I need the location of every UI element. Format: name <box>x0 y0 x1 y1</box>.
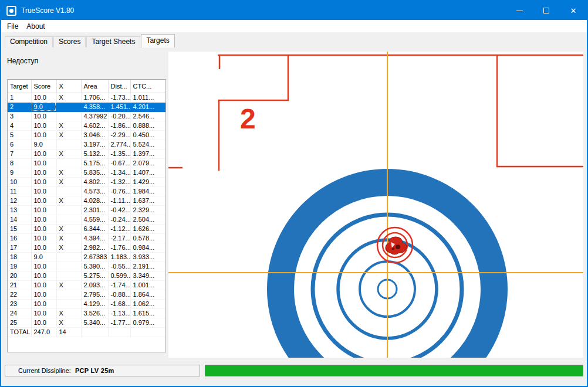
menu-about[interactable]: About <box>22 20 49 32</box>
table-cell[interactable]: 0.888... <box>130 121 165 130</box>
table-cell[interactable]: -0.20... <box>108 111 130 121</box>
table-cell[interactable]: 1.397... <box>130 149 165 158</box>
table-cell[interactable]: 10.0 <box>31 233 56 243</box>
table-cell[interactable]: 4 <box>8 121 31 130</box>
table-row[interactable]: 1510.0X6.344...-1.12...1.626... <box>8 224 165 233</box>
table-row[interactable]: 1410.04.559...-0.24...2.504... <box>8 215 165 224</box>
table-cell[interactable]: 23 <box>8 299 31 308</box>
table-cell[interactable]: 1.984... <box>130 186 165 196</box>
table-row[interactable]: 710.0X5.132...-1.35...1.397... <box>8 149 165 158</box>
table-cell[interactable]: 10.0 <box>31 130 56 140</box>
maximize-button[interactable] <box>533 1 560 20</box>
table-cell[interactable]: -1.13... <box>108 308 130 318</box>
table-cell[interactable]: 9.0 <box>31 102 56 111</box>
table-row[interactable]: 810.05.175...-0.67...2.079... <box>8 158 165 168</box>
table-cell[interactable]: 0.450... <box>130 130 165 140</box>
table-cell[interactable]: X <box>56 196 81 205</box>
table-row[interactable]: 69.03.197...2.774...5.524... <box>8 140 165 149</box>
tab-target-sheets[interactable]: Target Sheets <box>86 36 140 47</box>
table-cell[interactable]: -1.35... <box>108 149 130 158</box>
table-cell[interactable]: 4.802... <box>81 177 108 186</box>
table-cell[interactable]: 10.0 <box>31 186 56 196</box>
table-cell[interactable]: 10.0 <box>31 243 56 252</box>
table-cell[interactable] <box>56 215 81 224</box>
table-cell[interactable]: X <box>56 121 81 130</box>
table-cell[interactable]: TOTAL <box>8 327 31 337</box>
table-cell[interactable]: 4.129... <box>81 299 108 308</box>
table-cell[interactable]: -1.86... <box>108 121 130 130</box>
table-cell[interactable]: 1.864... <box>130 290 165 299</box>
table-cell[interactable]: -0.76... <box>108 186 130 196</box>
table-cell[interactable]: 4.602... <box>81 121 108 130</box>
table-cell[interactable]: 1.706... <box>81 93 108 102</box>
table-cell[interactable]: 10.0 <box>31 224 56 233</box>
table-cell[interactable]: 10.0 <box>31 168 56 177</box>
table-cell[interactable]: 4.37992 <box>81 111 108 121</box>
table-cell[interactable]: -2.29... <box>108 130 130 140</box>
table-cell[interactable]: 3.197... <box>81 140 108 149</box>
table-cell[interactable]: -0.24... <box>108 215 130 224</box>
table-cell[interactable]: 10.0 <box>31 215 56 224</box>
table-row[interactable]: 1010.0X4.802...-1.32...1.429... <box>8 177 165 186</box>
table-cell[interactable]: X <box>56 168 81 177</box>
table-cell[interactable]: 1.407... <box>130 168 165 177</box>
table-row[interactable]: 1610.0X4.394...-2.17...0.578... <box>8 233 165 243</box>
table-cell[interactable]: 9.0 <box>31 252 56 262</box>
table-cell[interactable] <box>108 327 130 337</box>
table-cell[interactable]: 10.0 <box>31 158 56 168</box>
table-cell[interactable]: 2.191... <box>130 262 165 271</box>
table-cell[interactable]: 1.626... <box>130 224 165 233</box>
table-row[interactable]: 1910.05.390...-0.55...2.191... <box>8 262 165 271</box>
column-header[interactable]: X <box>56 80 81 93</box>
table-cell[interactable]: 13 <box>8 205 31 215</box>
table-cell[interactable]: -1.74... <box>108 280 130 290</box>
table-row[interactable]: 410.0X4.602...-1.86...0.888... <box>8 121 165 130</box>
table-cell[interactable]: 10.0 <box>31 308 56 318</box>
target-view[interactable]: 2 <box>168 52 583 358</box>
table-cell[interactable]: 2.329... <box>130 205 165 215</box>
table-cell[interactable]: 4.394... <box>81 233 108 243</box>
table-cell[interactable]: 0.599... <box>108 271 130 280</box>
table-cell[interactable]: -1.12... <box>108 224 130 233</box>
table-cell[interactable]: 4.559... <box>81 215 108 224</box>
table-cell[interactable]: 5.132... <box>81 149 108 158</box>
table-row[interactable]: 1710.0X2.982...-1.76...0.984... <box>8 243 165 252</box>
table-cell[interactable]: 10.0 <box>31 205 56 215</box>
table-cell[interactable]: 10.0 <box>31 121 56 130</box>
table-cell[interactable]: 3.349... <box>130 271 165 280</box>
close-button[interactable]: ✕ <box>560 1 587 20</box>
table-cell[interactable]: -1.77... <box>108 318 130 327</box>
table-cell[interactable]: 10.0 <box>31 177 56 186</box>
table-cell[interactable]: 10.0 <box>31 111 56 121</box>
table-cell[interactable]: 10.0 <box>31 196 56 205</box>
table-cell[interactable]: 4.358... <box>81 102 108 111</box>
table-row[interactable]: 1210.0X4.028...-1.11...1.637... <box>8 196 165 205</box>
table-cell[interactable]: 3 <box>8 111 31 121</box>
table-cell[interactable]: 3.526... <box>81 308 108 318</box>
table-total-row[interactable]: TOTAL247.014 <box>8 327 165 337</box>
tab-scores[interactable]: Scores <box>53 36 86 47</box>
table-cell[interactable]: -1.73... <box>108 93 130 102</box>
table-cell[interactable]: 2 <box>8 102 31 111</box>
table-cell[interactable]: X <box>56 280 81 290</box>
table-cell[interactable]: 10.0 <box>31 299 56 308</box>
shot-marker[interactable] <box>377 228 413 263</box>
table-cell[interactable]: 24 <box>8 308 31 318</box>
table-cell[interactable] <box>130 327 165 337</box>
table-cell[interactable]: 9 <box>8 168 31 177</box>
table-cell[interactable]: 10.0 <box>31 280 56 290</box>
table-cell[interactable]: 10.0 <box>31 318 56 327</box>
table-cell[interactable]: -1.34... <box>108 168 130 177</box>
menu-file[interactable]: File <box>3 20 22 32</box>
table-cell[interactable]: -0.88... <box>108 290 130 299</box>
table-cell[interactable]: 10.0 <box>31 149 56 158</box>
table-cell[interactable]: 1.011... <box>130 93 165 102</box>
table-cell[interactable]: X <box>56 318 81 327</box>
table-cell[interactable]: 15 <box>8 224 31 233</box>
table-cell[interactable]: 10 <box>8 177 31 186</box>
table-cell[interactable]: X <box>56 177 81 186</box>
table-cell[interactable]: -0.55... <box>108 262 130 271</box>
table-cell[interactable]: 5.340... <box>81 318 108 327</box>
table-cell[interactable]: 4.028... <box>81 196 108 205</box>
table-cell[interactable]: 6 <box>8 140 31 149</box>
